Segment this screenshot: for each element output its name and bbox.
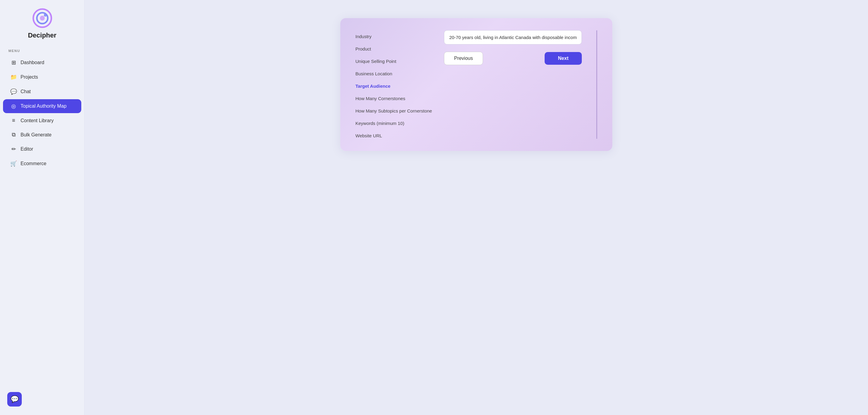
sidebar-item-label-projects: Projects: [21, 75, 38, 80]
sidebar-item-chat[interactable]: 💬Chat: [3, 85, 81, 98]
form-card: IndustryProductUnique Selling PointBusin…: [340, 18, 612, 151]
chat-bubble-button[interactable]: 💬: [7, 392, 22, 407]
svg-point-3: [44, 13, 47, 17]
app-name: Decipher: [28, 31, 56, 39]
projects-icon: 📁: [10, 74, 17, 81]
step-target-audience[interactable]: Target Audience: [355, 83, 432, 89]
svg-point-2: [40, 16, 45, 21]
form-actions: Previous Next: [444, 52, 582, 65]
sidebar-item-content-library[interactable]: ≡Content Library: [3, 114, 81, 127]
ecommerce-icon: 🛒: [10, 160, 17, 167]
sidebar: Decipher MENU ⊞Dashboard📁Projects💬Chat◎T…: [0, 0, 85, 415]
logo-area: Decipher: [28, 7, 56, 39]
sidebar-item-label-chat: Chat: [21, 89, 31, 94]
target-audience-input[interactable]: [444, 30, 582, 45]
topical-authority-map-icon: ◎: [10, 103, 17, 110]
step-keywords[interactable]: Keywords (minimum 10): [355, 120, 432, 126]
dashboard-icon: ⊞: [10, 59, 17, 66]
menu-label: MENU: [0, 49, 20, 53]
sidebar-item-label-ecommerce: Ecommerce: [21, 161, 46, 166]
form-steps: IndustryProductUnique Selling PointBusin…: [355, 30, 432, 139]
sidebar-item-label-bulk-generate: Bulk Generate: [21, 132, 51, 138]
nav-list: ⊞Dashboard📁Projects💬Chat◎Topical Authori…: [0, 56, 84, 171]
main-content: IndustryProductUnique Selling PointBusin…: [85, 0, 868, 415]
sidebar-item-topical-authority-map[interactable]: ◎Topical Authority Map: [3, 99, 81, 113]
step-unique-selling-point[interactable]: Unique Selling Point: [355, 58, 432, 64]
editor-icon: ✏: [10, 146, 17, 152]
sidebar-item-editor[interactable]: ✏Editor: [3, 142, 81, 156]
previous-button[interactable]: Previous: [444, 52, 483, 65]
form-content: Previous Next: [444, 30, 582, 65]
step-industry[interactable]: Industry: [355, 33, 432, 40]
chat-bubble-icon: 💬: [10, 395, 19, 403]
app-logo: [31, 7, 53, 29]
sidebar-item-label-content-library: Content Library: [21, 118, 54, 123]
sidebar-item-label-dashboard: Dashboard: [21, 60, 44, 65]
card-divider: [596, 30, 597, 139]
sidebar-item-ecommerce[interactable]: 🛒Ecommerce: [3, 157, 81, 171]
step-how-many-subtopics[interactable]: How Many Subtopics per Cornerstone: [355, 108, 432, 114]
step-product[interactable]: Product: [355, 46, 432, 52]
sidebar-item-label-topical-authority-map: Topical Authority Map: [21, 103, 66, 109]
content-library-icon: ≡: [10, 117, 17, 124]
bulk-generate-icon: ⧉: [10, 131, 17, 138]
sidebar-item-dashboard[interactable]: ⊞Dashboard: [3, 56, 81, 69]
form-layout: IndustryProductUnique Selling PointBusin…: [355, 30, 597, 139]
sidebar-item-bulk-generate[interactable]: ⧉Bulk Generate: [3, 128, 81, 142]
step-business-location[interactable]: Business Location: [355, 70, 432, 77]
chat-icon: 💬: [10, 88, 17, 95]
sidebar-item-label-editor: Editor: [21, 146, 33, 152]
sidebar-item-projects[interactable]: 📁Projects: [3, 70, 81, 84]
next-button[interactable]: Next: [545, 52, 582, 65]
step-website-url[interactable]: Website URL: [355, 132, 432, 139]
step-how-many-cornerstones[interactable]: How Many Cornerstones: [355, 95, 432, 101]
